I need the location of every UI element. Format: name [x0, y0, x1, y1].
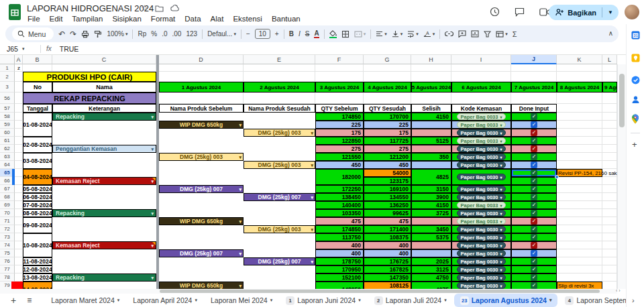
cell-qty-sebelum-71[interactable]: 475: [315, 217, 364, 225]
add-sheet-button[interactable]: +: [11, 295, 16, 306]
menu-data[interactable]: Data: [180, 14, 205, 23]
cell-rekap-repacking-title[interactable]: REKAP REPACKING: [23, 93, 156, 104]
strikethrough-button[interactable]: S: [305, 30, 310, 38]
cell-empty[interactable]: [411, 72, 451, 82]
cell-note-65[interactable]: Revisi PP-154, 2160 sak dic: [557, 169, 617, 177]
cell-qty-sesudah-58[interactable]: 170700: [364, 113, 411, 121]
cell-date-header-2[interactable]: 2 Agustus 2024: [244, 82, 315, 93]
cell-qty-sebelum-72[interactable]: 174850: [315, 225, 364, 233]
kode-kemasan-dropdown-77[interactable]: Paper Bag 0030▾: [457, 266, 506, 273]
sheet-tab-laporan-september-2[interactable]: 4Laporan September 2: [559, 294, 629, 307]
cell-empty[interactable]: [15, 177, 23, 185]
vertical-scrollbar-thumb[interactable]: [619, 74, 625, 127]
kode-kemasan-dropdown-60[interactable]: Paper Bag 0030▾: [457, 129, 506, 136]
cell-qty-sesudah-66[interactable]: 123175: [364, 177, 411, 185]
cell-done-input-64[interactable]: ✓: [511, 161, 557, 169]
cell-empty[interactable]: [602, 121, 617, 129]
undo-button[interactable]: ↶: [58, 29, 65, 39]
all-sheets-button[interactable]: ≡: [27, 296, 32, 305]
done-input-checkbox-72[interactable]: ✓: [531, 226, 537, 233]
cell-empty[interactable]: [15, 129, 23, 137]
share-dropdown-icon[interactable]: ▼: [602, 9, 619, 15]
row-header-63[interactable]: 63: [0, 153, 15, 161]
cell-empty[interactable]: [602, 93, 617, 104]
kode-kemasan-dropdown-75[interactable]: Paper Bag 0030▾: [457, 250, 506, 257]
cell-empty[interactable]: [602, 225, 617, 233]
cell-empty[interactable]: [602, 265, 617, 273]
cell-qty-sebelum-77[interactable]: 170950: [315, 265, 364, 273]
dropdown-icon[interactable]: ▾: [239, 251, 241, 257]
done-input-checkbox-74[interactable]: ✓: [531, 242, 537, 249]
produk-sesudah-dropdown-61[interactable]: DMG (25kg) 003▾: [244, 225, 315, 233]
done-input-checkbox-68[interactable]: ✓: [531, 194, 537, 200]
cell-empty[interactable]: [15, 273, 23, 282]
kode-kemasan-dropdown-79[interactable]: Paper Bag 0030▾: [457, 282, 506, 289]
kode-kemasan-dropdown-59[interactable]: Paper Bag 0033▾: [457, 121, 506, 128]
cell-empty[interactable]: [15, 233, 23, 241]
dropdown-icon[interactable]: ▾: [500, 187, 502, 192]
cell-qty-sesudah-76[interactable]: 176725: [364, 257, 411, 265]
avatar[interactable]: [625, 5, 639, 19]
cell-empty[interactable]: [557, 185, 602, 193]
row-header-64[interactable]: 64: [0, 161, 15, 169]
cell-empty[interactable]: [557, 153, 602, 161]
cell-empty[interactable]: [557, 177, 602, 185]
cell-empty[interactable]: [557, 265, 602, 273]
cell-empty[interactable]: [15, 145, 23, 153]
cell-empty[interactable]: [602, 193, 617, 201]
cell-empty[interactable]: [15, 257, 23, 265]
dropdown-icon[interactable]: ▾: [151, 275, 154, 281]
format-currency-button[interactable]: Rp: [138, 30, 146, 38]
scrollbar-arrows[interactable]: ‹›: [616, 288, 622, 293]
cell-empty[interactable]: [244, 93, 315, 104]
row-header-2[interactable]: 2: [0, 72, 15, 82]
horizontal-align-button[interactable]: ▾: [376, 31, 387, 37]
cell-empty[interactable]: [15, 113, 23, 121]
cell-qty-sesudah-64[interactable]: 450: [364, 161, 411, 169]
kode-kemasan-dropdown-78[interactable]: Paper Bag 0030▾: [457, 274, 506, 281]
cell-date-header-4[interactable]: 4 Agustus 2024: [364, 82, 411, 93]
cell-done-input-69[interactable]: ✓: [511, 201, 557, 209]
row-header-62[interactable]: 62: [0, 145, 15, 153]
cell-empty[interactable]: [602, 64, 617, 72]
cell-qty-sesudah-78[interactable]: 147350: [364, 273, 411, 282]
cell-tanggal-61[interactable]: 02-08-2024: [23, 137, 52, 153]
cell-qty-sesudah-65[interactable]: 54000: [364, 169, 411, 177]
print-icon[interactable]: [81, 30, 89, 38]
sheet-tab-laporan-juni-2024[interactable]: 1Laporan Juni 2024▾: [280, 294, 367, 307]
contacts-icon[interactable]: [631, 95, 640, 104]
kode-kemasan-dropdown-62[interactable]: Paper Bag 0030▾: [457, 145, 506, 152]
done-input-checkbox-73[interactable]: ✓: [531, 234, 537, 241]
cell-selisih-67[interactable]: 3150: [411, 185, 451, 193]
cell-empty[interactable]: [15, 93, 23, 104]
cell-empty[interactable]: [15, 193, 23, 201]
cell-empty[interactable]: [315, 93, 364, 104]
dropdown-icon[interactable]: ▾: [500, 227, 502, 232]
row-header-75[interactable]: 75: [0, 249, 15, 257]
cell-selisih-73[interactable]: 5375: [411, 233, 451, 241]
cell-table-header-qty-sebelum[interactable]: QTY Sebelum: [315, 104, 364, 113]
done-input-checkbox-62[interactable]: ✓: [531, 145, 537, 152]
cell-done-input-59[interactable]: ✓: [511, 121, 557, 129]
insert-comment-icon[interactable]: [458, 30, 466, 38]
get-addons-button[interactable]: +: [632, 139, 637, 149]
horizontal-scrollbar-thumb[interactable]: [160, 290, 600, 293]
cell-tanggal-73[interactable]: 10-08-2024: [23, 233, 52, 257]
cell-empty[interactable]: [557, 104, 602, 113]
tab-menu-icon[interactable]: ▾: [358, 298, 361, 303]
cell-qty-sebelum-73[interactable]: 113750: [315, 233, 364, 241]
cell-empty[interactable]: [557, 209, 602, 217]
cell-empty[interactable]: [52, 64, 156, 72]
cell-qty-sesudah-74[interactable]: 400: [364, 241, 411, 249]
cell-empty[interactable]: [15, 161, 23, 169]
cell-tanggal-76[interactable]: 11-08-2024: [23, 257, 52, 265]
cell-no-header[interactable]: No: [23, 82, 52, 93]
cell-qty-sesudah-70[interactable]: 99625: [364, 209, 411, 217]
insert-link-icon[interactable]: [445, 31, 453, 37]
cell-selisih-64[interactable]: [411, 161, 451, 169]
produk-sesudah-dropdown-59[interactable]: DMG (25kg) 003▾: [244, 161, 315, 169]
dropdown-icon[interactable]: ▾: [500, 147, 502, 151]
tab-menu-icon[interactable]: ▾: [195, 298, 197, 303]
dropdown-icon[interactable]: ▾: [500, 139, 502, 143]
increase-font-button[interactable]: +: [275, 30, 279, 38]
